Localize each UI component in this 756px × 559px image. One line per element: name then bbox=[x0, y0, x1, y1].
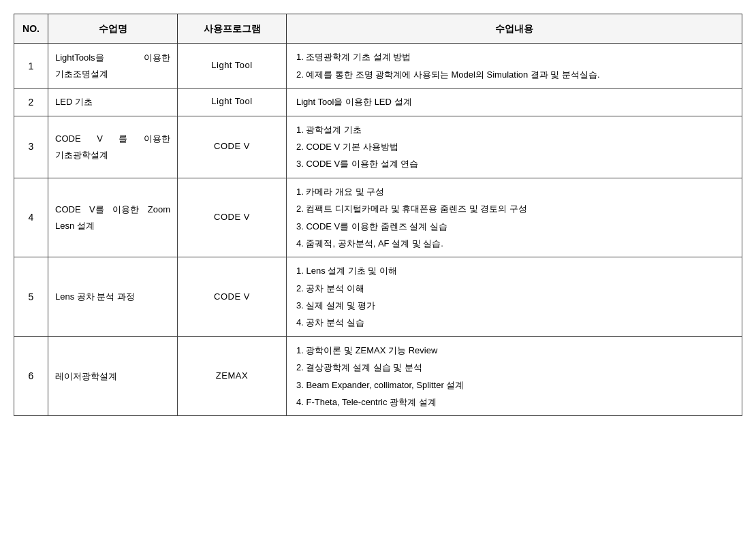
cell-no: 2 bbox=[14, 89, 48, 116]
content-line: 1. 광학이론 및 ZEMAX 기능 Review bbox=[296, 342, 732, 358]
cell-subject: CODE V를 이용한 Zoom Lesn 설계 bbox=[48, 178, 178, 257]
cell-program: CODE V bbox=[178, 178, 287, 257]
cell-no: 4 bbox=[14, 178, 48, 257]
header-row: NO. 수업명 사용프로그램 수업내용 bbox=[14, 14, 742, 44]
header-program: 사용프로그램 bbox=[178, 14, 287, 44]
content-line: 3. Beam Expander, collimator, Splitter 설… bbox=[296, 377, 732, 393]
table-row: 5Lens 공차 분석 과정CODE V1. Lens 설계 기초 및 이해2.… bbox=[14, 257, 742, 337]
content-line: 3. CODE V를 이용한 설계 연습 bbox=[296, 156, 732, 172]
table-row: 3CODE V 를 이용한 기초광학설계CODE V1. 광학설계 기초2. C… bbox=[14, 116, 742, 178]
cell-content: Light Tool을 이용한 LED 설계 bbox=[287, 89, 742, 116]
content-line: 2. 컴팩트 디지털카메라 및 휴대폰용 줌렌즈 및 경토의 구성 bbox=[296, 201, 732, 217]
cell-program: Light Tool bbox=[178, 89, 287, 116]
cell-no: 1 bbox=[14, 44, 48, 89]
cell-subject: Lens 공차 분석 과정 bbox=[48, 257, 178, 337]
table-row: 4CODE V를 이용한 Zoom Lesn 설계CODE V1. 카메라 개요… bbox=[14, 178, 742, 257]
content-line: 4. F-Theta, Tele-centric 광학계 설계 bbox=[296, 394, 732, 410]
cell-no: 3 bbox=[14, 116, 48, 178]
table-row: 2LED 기초Light ToolLight Tool을 이용한 LED 설계 bbox=[14, 89, 742, 116]
cell-program: CODE V bbox=[178, 257, 287, 337]
cell-program: CODE V bbox=[178, 116, 287, 178]
course-table: NO. 수업명 사용프로그램 수업내용 1LightTools을 이용한 기초조… bbox=[14, 14, 742, 416]
content-line: 4. 공차 분석 실습 bbox=[296, 315, 732, 330]
content-line: 1. 카메라 개요 및 구성 bbox=[296, 184, 732, 199]
header-subject: 수업명 bbox=[48, 14, 178, 44]
content-line: 2. CODE V 기본 사용방법 bbox=[296, 139, 732, 155]
cell-program: ZEMAX bbox=[178, 336, 287, 416]
main-table-wrapper: NO. 수업명 사용프로그램 수업내용 1LightTools을 이용한 기초조… bbox=[14, 14, 742, 416]
content-line: 2. 예제를 통한 조명 광학계에 사용되는 Model의 Simulation… bbox=[296, 67, 732, 82]
content-line: Light Tool을 이용한 LED 설계 bbox=[296, 94, 732, 110]
cell-subject: CODE V 를 이용한 기초광학설계 bbox=[48, 116, 178, 178]
cell-content: 1. 광학이론 및 ZEMAX 기능 Review2. 결상광학계 설계 실습 … bbox=[287, 336, 742, 416]
cell-program: Light Tool bbox=[178, 44, 287, 89]
content-line: 4. 줌궤적, 공차분석, AF 설계 및 실습. bbox=[296, 236, 732, 251]
cell-content: 1. 카메라 개요 및 구성2. 컴팩트 디지털카메라 및 휴대폰용 줌렌즈 및… bbox=[287, 178, 742, 257]
cell-subject: LED 기초 bbox=[48, 89, 178, 116]
content-line: 1. 광학설계 기초 bbox=[296, 122, 732, 138]
content-line: 1. 조명광학계 기초 설계 방법 bbox=[296, 49, 732, 65]
cell-subject: LightTools을 이용한 기초조명설계 bbox=[48, 44, 178, 89]
content-line: 1. Lens 설계 기초 및 이해 bbox=[296, 263, 732, 278]
header-no: NO. bbox=[14, 14, 48, 44]
cell-subject: 레이저광학설계 bbox=[48, 336, 178, 416]
header-content: 수업내용 bbox=[287, 14, 742, 44]
cell-content: 1. Lens 설계 기초 및 이해2. 공차 분석 이해3. 실제 설계 및 … bbox=[287, 257, 742, 337]
content-line: 2. 공차 분석 이해 bbox=[296, 281, 732, 296]
cell-no: 6 bbox=[14, 336, 48, 416]
cell-content: 1. 조명광학계 기초 설계 방법2. 예제를 통한 조명 광학계에 사용되는 … bbox=[287, 44, 742, 89]
table-row: 1LightTools을 이용한 기초조명설계Light Tool1. 조명광학… bbox=[14, 44, 742, 89]
content-line: 2. 결상광학계 설계 실습 및 분석 bbox=[296, 360, 732, 375]
cell-no: 5 bbox=[14, 257, 48, 337]
cell-content: 1. 광학설계 기초2. CODE V 기본 사용방법3. CODE V를 이용… bbox=[287, 116, 742, 178]
table-row: 6레이저광학설계ZEMAX1. 광학이론 및 ZEMAX 기능 Review2.… bbox=[14, 336, 742, 416]
content-line: 3. 실제 설계 및 평가 bbox=[296, 298, 732, 313]
content-line: 3. CODE V를 이용한 줌렌즈 설계 실습 bbox=[296, 219, 732, 234]
